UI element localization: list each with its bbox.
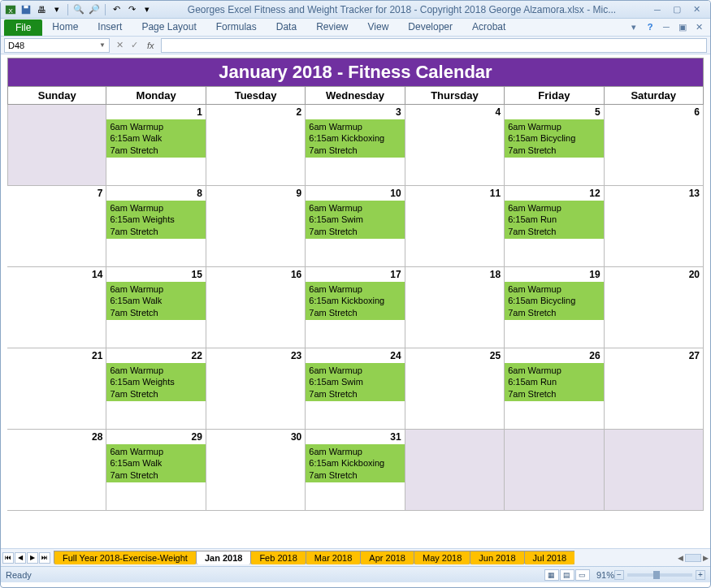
sheet-tab-may-2018[interactable]: May 2018 (414, 551, 470, 564)
print-icon[interactable]: 🖶 (35, 3, 48, 16)
calendar-cell[interactable]: 30 (206, 430, 306, 511)
calendar-cell[interactable]: 296am Warmup6:15am Walk7am Stretch (106, 430, 206, 511)
calendar-cell[interactable]: 156am Warmup6:15am Walk7am Stretch (106, 267, 206, 348)
calendar-cell[interactable]: 23 (206, 348, 306, 430)
enter-formula-icon[interactable]: ✓ (128, 40, 141, 50)
zoom-in-icon[interactable]: + (696, 570, 705, 580)
calendar-cell[interactable]: 266am Warmup6:15am Run7am Stretch (505, 348, 604, 430)
calendar-cell[interactable]: 6 (605, 105, 704, 186)
cancel-formula-icon[interactable]: ✕ (113, 40, 126, 50)
doc-restore-icon[interactable]: ▣ (676, 20, 689, 33)
ribbon-tab-data[interactable]: Data (267, 18, 306, 36)
print-preview-icon[interactable]: ▾ (50, 3, 63, 16)
sheet-tab-mar-2018[interactable]: Mar 2018 (306, 551, 361, 564)
event-item: 6:15am Bicycling (508, 295, 600, 306)
events-block: 6am Warmup6:15am Swim7am Stretch (306, 363, 404, 401)
minimize-icon[interactable]: ─ (650, 4, 665, 15)
formula-input[interactable] (161, 38, 707, 53)
ribbon-tab-home[interactable]: Home (42, 18, 88, 36)
zoom-level[interactable]: 91% (596, 570, 614, 580)
day-number: 30 (291, 431, 301, 443)
ribbon-tab-developer[interactable]: Developer (398, 18, 462, 36)
undo-icon[interactable]: ↶ (110, 3, 123, 16)
calendar-cell[interactable]: 86am Warmup6:15am Weights7am Stretch (106, 186, 206, 267)
calendar-cell[interactable]: 7 (7, 186, 106, 267)
tab-nav-first-icon[interactable]: ⏮ (2, 552, 14, 564)
calendar-cell[interactable]: 126am Warmup6:15am Run7am Stretch (505, 186, 604, 267)
event-item: 6:15am Swim (309, 214, 401, 225)
calendar-cell[interactable]: 36am Warmup6:15am Kickboxing7am Stretch (306, 105, 405, 186)
zoom-out-icon[interactable]: − (614, 570, 624, 580)
name-box-value: D48 (8, 41, 24, 50)
calendar-cell[interactable] (605, 430, 704, 511)
calendar-cell[interactable]: 196am Warmup6:15am Bicycling7am Stretch (505, 267, 604, 348)
sheet-tab-jan-2018[interactable]: Jan 2018 (196, 551, 251, 564)
calendar-cell[interactable]: 13 (605, 186, 704, 267)
doc-close-icon[interactable]: ✕ (692, 20, 705, 33)
calendar-grid: 16am Warmup6:15am Walk7am Stretch236am W… (7, 105, 704, 511)
calendar-cell[interactable]: 246am Warmup6:15am Swim7am Stretch (306, 348, 405, 430)
file-tab[interactable]: File (4, 19, 42, 36)
svg-rect-3 (24, 5, 28, 8)
hscroll-track[interactable] (685, 554, 701, 562)
ribbon-minimize-icon[interactable]: ▾ (627, 20, 640, 33)
replace-icon[interactable]: 🔎 (88, 3, 101, 16)
calendar-cell[interactable]: 20 (605, 267, 704, 348)
doc-minimize-icon[interactable]: ─ (660, 20, 673, 33)
calendar-cell[interactable]: 16 (206, 267, 306, 348)
calendar-cell[interactable] (405, 430, 505, 511)
event-item: 6am Warmup (309, 365, 401, 376)
calendar-cell[interactable]: 316am Warmup6:15am Kickboxing7am Stretch (306, 430, 405, 511)
calendar-cell[interactable]: 9 (206, 186, 306, 267)
event-item: 7am Stretch (110, 145, 202, 156)
fx-label[interactable]: fx (144, 41, 158, 50)
calendar-cell[interactable] (505, 430, 604, 511)
hscroll-left-icon[interactable]: ◀ (678, 554, 683, 562)
calendar-cell[interactable]: 16am Warmup6:15am Walk7am Stretch (106, 105, 206, 186)
calendar-cell[interactable]: 106am Warmup6:15am Swim7am Stretch (306, 186, 405, 267)
calendar-cell[interactable] (7, 105, 106, 186)
tab-nav-prev-icon[interactable]: ◀ (15, 552, 26, 564)
sheet-tab-jun-2018[interactable]: Jun 2018 (470, 551, 524, 564)
ribbon-tab-review[interactable]: Review (306, 18, 358, 36)
calendar-cell[interactable]: 28 (7, 430, 106, 511)
name-box[interactable]: D48 ▼ (4, 38, 110, 53)
find-icon[interactable]: 🔍 (72, 3, 85, 16)
tab-nav-last-icon[interactable]: ⏭ (39, 552, 50, 564)
calendar-cell[interactable]: 14 (7, 267, 106, 348)
calendar-cell[interactable]: 27 (605, 348, 704, 430)
worksheet-area[interactable]: January 2018 - Fitness Calendar SundayMo… (1, 54, 710, 548)
calendar-cell[interactable]: 4 (405, 105, 505, 186)
view-pagebreak-icon[interactable]: ▭ (575, 569, 590, 581)
sheet-tab-feb-2018[interactable]: Feb 2018 (250, 551, 306, 564)
ribbon-tab-acrobat[interactable]: Acrobat (462, 18, 515, 36)
close-icon[interactable]: ✕ (689, 4, 704, 15)
calendar-cell[interactable]: 56am Warmup6:15am Bicycling7am Stretch (505, 105, 604, 186)
sheet-tab-apr-2018[interactable]: Apr 2018 (360, 551, 414, 564)
view-normal-icon[interactable]: ▦ (544, 569, 559, 581)
qat-customize-icon[interactable]: ▾ (141, 3, 154, 16)
ribbon-tab-formulas[interactable]: Formulas (206, 18, 267, 36)
name-box-dropdown-icon[interactable]: ▼ (99, 41, 106, 49)
ribbon-tab-insert[interactable]: Insert (88, 18, 132, 36)
calendar-cell[interactable]: 18 (405, 267, 505, 348)
sheet-tab-jul-2018[interactable]: Jul 2018 (524, 551, 575, 564)
save-icon[interactable] (20, 3, 33, 16)
maximize-icon[interactable]: ▢ (670, 4, 684, 15)
zoom-slider[interactable] (627, 573, 692, 577)
calendar-cell[interactable]: 25 (405, 348, 505, 430)
calendar-cell[interactable]: 176am Warmup6:15am Kickboxing7am Stretch (306, 267, 405, 348)
calendar-cell[interactable]: 2 (206, 105, 306, 186)
calendar-cell[interactable]: 21 (7, 348, 106, 430)
calendar-cell[interactable]: 226am Warmup6:15am Weights7am Stretch (106, 348, 206, 430)
view-layout-icon[interactable]: ▤ (560, 569, 574, 581)
calendar-cell[interactable]: 11 (405, 186, 505, 267)
redo-icon[interactable]: ↷ (125, 3, 138, 16)
ribbon-tab-page-layout[interactable]: Page Layout (132, 18, 206, 36)
ribbon-tab-view[interactable]: View (358, 18, 399, 36)
excel-icon[interactable]: X (4, 3, 17, 16)
hscroll-right-icon[interactable]: ▶ (703, 554, 709, 562)
help-icon[interactable]: ? (644, 20, 657, 33)
sheet-tab-full-year-2018-exercise-weight[interactable]: Full Year 2018-Exercise-Weight (54, 551, 197, 564)
tab-nav-next-icon[interactable]: ▶ (27, 552, 38, 564)
